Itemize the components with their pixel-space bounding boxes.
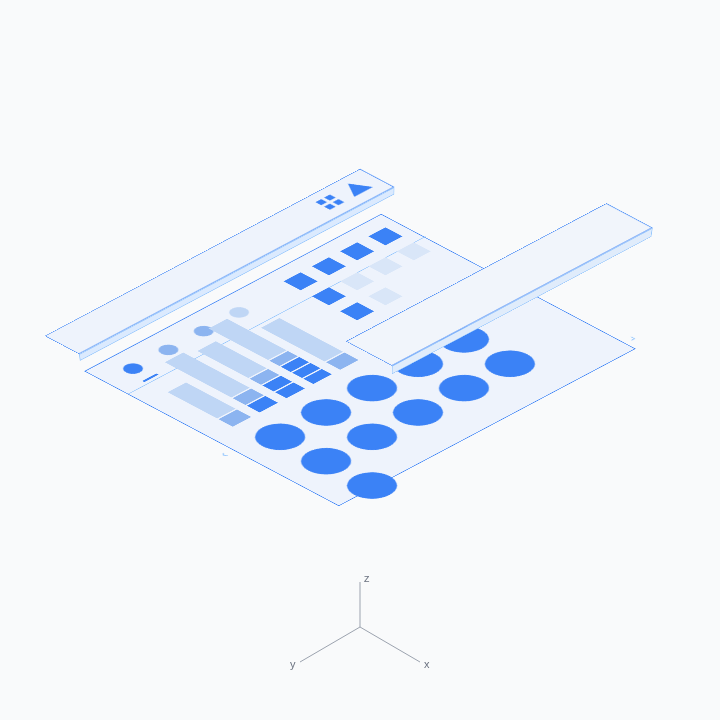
chevron-left-icon[interactable]: ‹ [216,450,232,459]
svg-line-2 [300,627,360,662]
circle-thumb[interactable] [337,369,408,406]
triangle-icon[interactable] [338,179,372,197]
axis-x-label: x [424,658,430,670]
circle-thumb[interactable] [337,467,408,504]
grid-thumb[interactable] [368,227,402,245]
svg-line-1 [360,627,420,662]
axis-y-label: y [290,658,296,670]
grid-thumb[interactable] [340,302,374,320]
circle-thumb[interactable] [383,394,454,431]
circle-thumb[interactable] [475,345,546,382]
bar-column [166,382,251,427]
grid-thumb[interactable] [340,242,374,260]
bar-column [163,352,278,413]
circle-thumb[interactable] [245,418,316,455]
grid-thumb-empty[interactable] [397,242,431,260]
grid-thumb-empty[interactable] [340,272,374,290]
grid-thumb-empty[interactable] [368,287,402,305]
circle-thumb[interactable] [291,394,362,431]
resize-corner-icon[interactable]: ⌟ [620,332,639,342]
circle-thumb[interactable] [337,418,408,455]
grid-thumb[interactable] [312,257,346,275]
grid-thumb[interactable] [284,272,318,290]
axis-reference: z x y [270,572,450,682]
grid-thumb[interactable] [312,287,346,305]
axis-z-label: z [364,572,370,584]
grid-thumb-empty[interactable] [368,257,402,275]
tab-1[interactable] [117,360,151,378]
circle-thumb[interactable] [429,369,500,406]
grid-icon[interactable] [316,195,345,210]
circle-thumb[interactable] [291,442,362,479]
